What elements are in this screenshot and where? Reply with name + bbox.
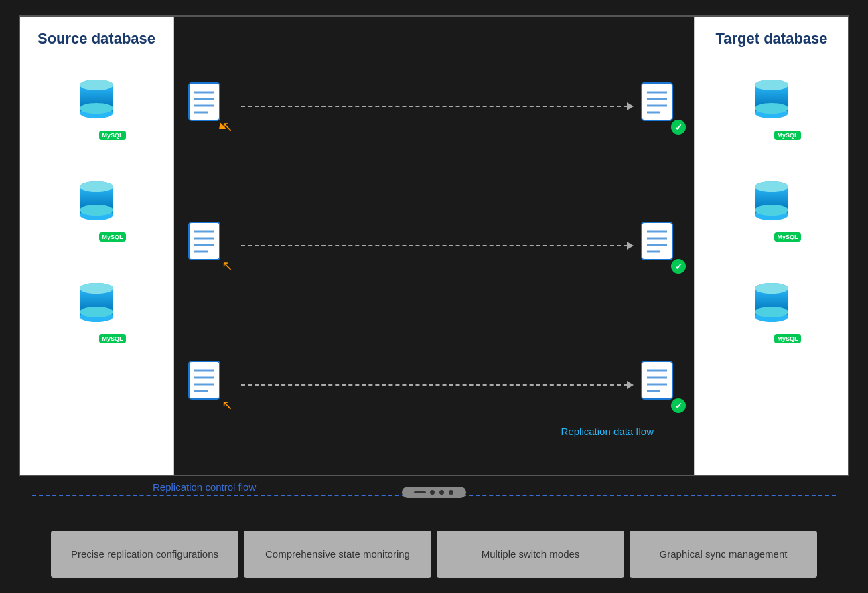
- source-panel: Source database: [20, 17, 174, 475]
- source-db-1-icon: MySQL: [72, 80, 122, 136]
- flow-row-1: ↖ ✓: [188, 73, 680, 140]
- target-db-3-icon: MySQL: [747, 283, 797, 339]
- target-doc-3: ✓: [640, 360, 680, 410]
- source-db-3-badge: MySQL: [99, 334, 125, 343]
- feature-box-monitoring: Comprehensive state monitoring: [244, 531, 431, 578]
- flow-row-3: ↖ ✓ Replication: [188, 351, 680, 418]
- svg-point-65: [755, 181, 788, 192]
- source-doc-3: ↖: [188, 360, 228, 410]
- cursor-icon-1: ↖: [222, 118, 233, 135]
- target-db-1-icon: MySQL: [747, 80, 797, 136]
- dashed-arrow-3: [241, 384, 634, 386]
- flow-area: ↖ ✓: [174, 17, 694, 475]
- source-db-3-icon: MySQL: [72, 283, 122, 339]
- source-db-1: MySQL: [72, 80, 122, 136]
- target-db-3-badge: MySQL: [774, 334, 800, 343]
- svg-point-71: [755, 307, 788, 317]
- target-db-2-badge: MySQL: [774, 232, 800, 242]
- target-panel-title: Target database: [715, 30, 827, 48]
- diagram-area: Source database: [19, 15, 849, 476]
- target-db-2-icon: MySQL: [747, 181, 797, 238]
- flow-row-2: ↖ ✓: [188, 212, 680, 279]
- arrow-head-3: [627, 381, 634, 389]
- svg-rect-37: [642, 222, 672, 260]
- cursor-icon-3: ↖: [222, 397, 233, 413]
- control-flow-section: Replication control flow: [19, 476, 849, 523]
- target-db-1-badge: MySQL: [774, 131, 800, 140]
- svg-rect-32: [189, 222, 220, 260]
- source-db-1-badge: MySQL: [99, 131, 125, 140]
- svg-rect-21: [189, 83, 220, 120]
- svg-point-72: [755, 283, 788, 294]
- cursor-icon-2: ↖: [222, 258, 233, 274]
- connector-dot-3: [449, 490, 453, 495]
- svg-point-13: [80, 181, 113, 192]
- feature-box-precise: Precise replication configurations: [51, 531, 238, 578]
- feature-box-switch: Multiple switch modes: [437, 531, 624, 578]
- dashed-line-1: [241, 106, 628, 107]
- dashed-arrow-2: [241, 245, 634, 246]
- source-db-2: MySQL: [72, 181, 122, 238]
- dashed-arrow-1: [241, 106, 634, 107]
- target-db-1: MySQL: [747, 80, 797, 136]
- svg-point-19: [80, 307, 113, 317]
- dashed-line-2: [241, 245, 628, 246]
- source-panel-title: Source database: [38, 30, 155, 48]
- target-doc-2: ✓: [640, 221, 680, 270]
- check-icon-1: ✓: [671, 120, 686, 135]
- svg-point-20: [80, 283, 113, 294]
- connector-dot-1: [430, 490, 435, 495]
- main-container: Source database: [19, 15, 849, 578]
- svg-point-5: [80, 103, 113, 114]
- svg-point-58: [755, 80, 788, 90]
- data-flow-label: Replication data flow: [561, 426, 654, 437]
- source-doc-2: ↖: [188, 221, 228, 270]
- svg-point-57: [755, 103, 788, 114]
- svg-rect-42: [189, 361, 220, 399]
- connector-dot-2: [439, 490, 444, 495]
- source-db-2-icon: MySQL: [72, 181, 122, 238]
- svg-point-12: [80, 205, 113, 216]
- arrow-head-1: [627, 102, 634, 110]
- target-doc-1: ✓: [640, 82, 680, 131]
- source-db-2-badge: MySQL: [99, 232, 125, 242]
- connector-dash: [414, 491, 426, 493]
- check-icon-3: ✓: [671, 398, 686, 413]
- middle-connector: [402, 487, 466, 498]
- dashed-line-3: [241, 384, 628, 386]
- svg-rect-27: [642, 83, 672, 120]
- target-db-3: MySQL: [747, 283, 797, 339]
- feature-box-graphical: Graphical sync management: [630, 531, 817, 578]
- arrow-head-2: [627, 242, 634, 250]
- target-panel: Target database: [694, 17, 848, 475]
- target-db-2: MySQL: [747, 181, 797, 238]
- control-flow-label: Replication control flow: [153, 481, 256, 493]
- feature-boxes: Precise replication configurations Compr…: [19, 523, 849, 578]
- svg-point-6: [80, 80, 113, 90]
- source-doc-1: ↖: [188, 82, 228, 131]
- svg-rect-47: [642, 361, 672, 399]
- source-db-3: MySQL: [72, 283, 122, 339]
- svg-point-64: [755, 205, 788, 216]
- check-icon-2: ✓: [671, 259, 686, 274]
